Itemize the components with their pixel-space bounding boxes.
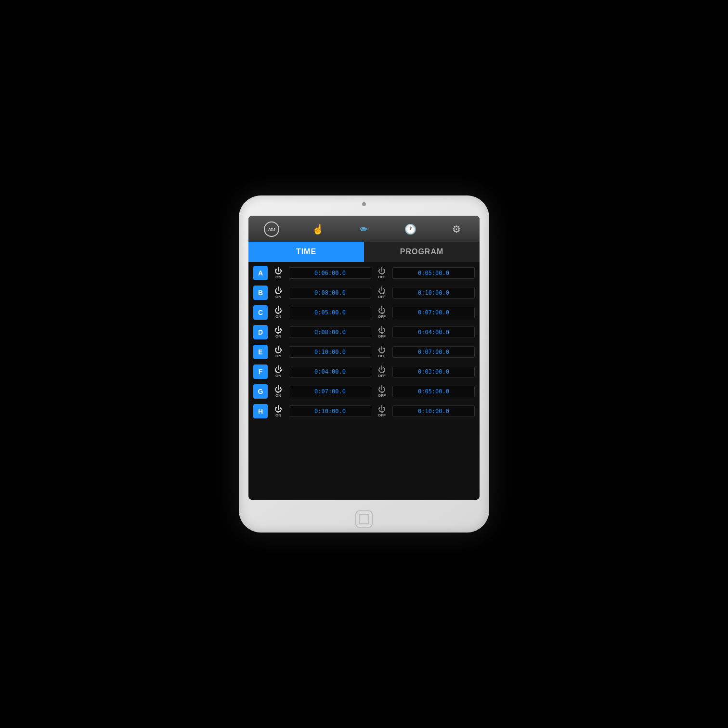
- power-off-c[interactable]: ⏻ OFF: [374, 307, 390, 319]
- off-time-display-g[interactable]: 0:05:00.0: [392, 386, 475, 397]
- touch-nav[interactable]: ☝: [309, 221, 326, 238]
- power-on-icon-e: ⏻: [274, 346, 282, 354]
- power-on-h[interactable]: ⏻ ON: [271, 405, 286, 417]
- off-label-f: OFF: [378, 374, 386, 378]
- table-row: F ⏻ ON 0:04:00.0 ⏻ OFF 0:03:00.0: [252, 363, 476, 381]
- on-time-display-f[interactable]: 0:04:00.0: [289, 366, 371, 377]
- power-on-e[interactable]: ⏻ ON: [271, 346, 286, 358]
- channel-label-b[interactable]: B: [253, 286, 268, 300]
- table-row: H ⏻ ON 0:10:00.0 ⏻ OFF 0:10:00.0: [252, 402, 476, 420]
- table-row: G ⏻ ON 0:07:00.0 ⏻ OFF 0:05:00.0: [252, 382, 476, 401]
- tab-time[interactable]: TIME: [248, 242, 364, 262]
- table-row: A ⏻ ON 0:06:00.0 ⏻ OFF 0:05:00.0: [252, 264, 476, 282]
- on-time-display-b[interactable]: 0:08:00.0: [289, 287, 371, 299]
- off-time-display-e[interactable]: 0:07:00.0: [392, 346, 475, 358]
- power-off-f[interactable]: ⏻ OFF: [374, 366, 390, 378]
- power-on-icon-c: ⏻: [274, 307, 282, 314]
- power-on-g[interactable]: ⏻ ON: [271, 386, 286, 398]
- power-off-icon-g: ⏻: [378, 386, 386, 393]
- off-time-display-h[interactable]: 0:10:00.0: [392, 405, 475, 417]
- table-row: D ⏻ ON 0:08:00.0 ⏻ OFF 0:04:00.0: [252, 323, 476, 341]
- tab-program[interactable]: PROGRAM: [364, 242, 480, 262]
- adj-logo-circle: ADJ: [264, 221, 279, 237]
- power-off-g[interactable]: ⏻ OFF: [374, 386, 390, 398]
- home-button[interactable]: [355, 510, 373, 528]
- power-on-icon-d: ⏻: [274, 326, 282, 334]
- adj-logo-nav[interactable]: ADJ: [263, 221, 280, 238]
- on-label-b: ON: [275, 295, 281, 299]
- clock-nav[interactable]: 🕐: [402, 221, 419, 238]
- on-label-c: ON: [275, 314, 281, 319]
- on-time-display-h[interactable]: 0:10:00.0: [289, 405, 371, 417]
- power-off-icon-d: ⏻: [378, 326, 386, 334]
- power-on-icon-h: ⏻: [274, 405, 282, 413]
- channel-label-d[interactable]: D: [253, 325, 268, 339]
- off-time-display-a[interactable]: 0:05:00.0: [392, 267, 475, 279]
- on-time-display-g[interactable]: 0:07:00.0: [289, 386, 371, 397]
- channel-label-c[interactable]: C: [253, 305, 268, 320]
- off-label-b: OFF: [378, 295, 386, 299]
- power-off-b[interactable]: ⏻ OFF: [374, 287, 390, 299]
- off-time-display-f[interactable]: 0:03:00.0: [392, 366, 475, 377]
- power-on-d[interactable]: ⏻ ON: [271, 326, 286, 338]
- power-off-icon-e: ⏻: [378, 346, 386, 354]
- on-time-display-d[interactable]: 0:08:00.0: [289, 326, 371, 338]
- table-row: E ⏻ ON 0:10:00.0 ⏻ OFF 0:07:00.0: [252, 343, 476, 361]
- settings-icon: ⚙: [452, 223, 461, 235]
- off-label-h: OFF: [378, 413, 386, 417]
- channel-label-e[interactable]: E: [253, 345, 268, 359]
- power-on-f[interactable]: ⏻ ON: [271, 366, 286, 378]
- on-label-a: ON: [275, 275, 281, 279]
- tablet: ADJ ☝ ✏ 🕐 ⚙ TIME PROGRAM: [239, 195, 489, 533]
- off-label-d: OFF: [378, 334, 386, 338]
- nav-bar: ADJ ☝ ✏ 🕐 ⚙: [248, 216, 480, 242]
- off-time-display-d[interactable]: 0:04:00.0: [392, 326, 475, 338]
- off-time-display-c[interactable]: 0:07:00.0: [392, 307, 475, 318]
- content-area: TIME PROGRAM A ⏻ ON 0:06:00.0 ⏻ OFF: [248, 242, 480, 500]
- power-off-icon-a: ⏻: [378, 267, 386, 275]
- on-time-display-e[interactable]: 0:10:00.0: [289, 346, 371, 358]
- power-off-icon-c: ⏻: [378, 307, 386, 314]
- channel-label-h[interactable]: H: [253, 404, 268, 418]
- power-off-a[interactable]: ⏻ OFF: [374, 267, 390, 279]
- on-label-h: ON: [275, 413, 281, 417]
- off-time-display-b[interactable]: 0:10:00.0: [392, 287, 475, 299]
- power-off-d[interactable]: ⏻ OFF: [374, 326, 390, 338]
- power-on-a[interactable]: ⏻ ON: [271, 267, 286, 279]
- touch-icon: ☝: [312, 223, 324, 235]
- table-row: C ⏻ ON 0:05:00.0 ⏻ OFF 0:07:00.0: [252, 303, 476, 322]
- table-row: B ⏻ ON 0:08:00.0 ⏻ OFF 0:10:00.0: [252, 284, 476, 302]
- on-label-f: ON: [275, 374, 281, 378]
- channel-label-a[interactable]: A: [253, 266, 268, 280]
- power-on-icon-f: ⏻: [274, 366, 282, 374]
- power-off-icon-f: ⏻: [378, 366, 386, 374]
- power-off-icon-b: ⏻: [378, 287, 386, 295]
- off-label-g: OFF: [378, 393, 386, 398]
- power-off-icon-h: ⏻: [378, 405, 386, 413]
- channel-label-f[interactable]: F: [253, 364, 268, 379]
- on-time-display-a[interactable]: 0:06:00.0: [289, 267, 371, 279]
- off-label-e: OFF: [378, 354, 386, 358]
- power-on-c[interactable]: ⏻ ON: [271, 307, 286, 319]
- channels-container: A ⏻ ON 0:06:00.0 ⏻ OFF 0:05:00.0 B: [248, 262, 480, 500]
- settings-nav[interactable]: ⚙: [448, 221, 465, 238]
- tab-row: TIME PROGRAM: [248, 242, 480, 262]
- on-time-display-c[interactable]: 0:05:00.0: [289, 307, 371, 318]
- on-label-g: ON: [275, 393, 281, 398]
- screen: ADJ ☝ ✏ 🕐 ⚙ TIME PROGRAM: [248, 216, 480, 500]
- power-on-b[interactable]: ⏻ ON: [271, 287, 286, 299]
- power-on-icon-a: ⏻: [274, 267, 282, 275]
- power-off-h[interactable]: ⏻ OFF: [374, 405, 390, 417]
- on-label-d: ON: [275, 334, 281, 338]
- on-label-e: ON: [275, 354, 281, 358]
- power-on-icon-b: ⏻: [274, 287, 282, 295]
- power-on-icon-g: ⏻: [274, 386, 282, 393]
- channel-label-g[interactable]: G: [253, 384, 268, 399]
- camera: [362, 202, 366, 206]
- clock-icon: 🕐: [404, 223, 416, 235]
- power-off-e[interactable]: ⏻ OFF: [374, 346, 390, 358]
- edit-nav[interactable]: ✏: [355, 221, 373, 238]
- off-label-c: OFF: [378, 314, 386, 319]
- off-label-a: OFF: [378, 275, 386, 279]
- edit-icon: ✏: [360, 223, 368, 235]
